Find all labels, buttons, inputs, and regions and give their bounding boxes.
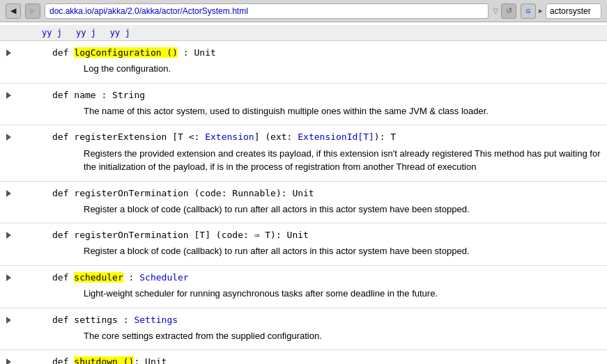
method-def-name: def name : String — [52, 89, 145, 102]
toggle-arrow-registerExtension — [6, 134, 11, 141]
method-registerOnTermination1: def registerOnTermination (code: Runnabl… — [0, 182, 607, 224]
method-desc-scheduler: Light-weight scheduler for running async… — [84, 285, 606, 303]
url-text: doc.akka.io/api/akka/2.0/akka/actor/Acto… — [49, 6, 248, 16]
method-row-scheduler: def scheduler : Scheduler — [0, 270, 607, 285]
toggle-arrow-shutdown — [6, 358, 11, 364]
link-Extension[interactable]: Extension — [205, 132, 254, 142]
method-def-shutdown: def shutdown (): Unit — [52, 356, 167, 364]
toggle-registerOnTermination2[interactable] — [3, 230, 14, 241]
method-row-registerOnTermination2: def registerOnTermination [T] (code: ⇒ T… — [0, 228, 607, 243]
toggle-arrow-logConfiguration — [6, 49, 11, 56]
toggle-registerOnTermination1[interactable] — [3, 188, 14, 199]
toggle-registerExtension[interactable] — [3, 132, 14, 143]
toggle-arrow-registerOnTermination2 — [6, 232, 11, 239]
search-input[interactable] — [546, 3, 601, 19]
link-ExtensionId[interactable]: ExtensionId[T] — [298, 132, 374, 142]
method-shutdown: def shutdown (): Unit Stop this actor sy… — [0, 350, 607, 364]
method-def-settings: def settings : Settings — [52, 314, 178, 326]
method-logConfiguration: def logConfiguration () : Unit Log the c… — [0, 41, 607, 84]
method-desc-registerExtension: Registers the provided extension and cre… — [84, 145, 606, 177]
toggle-shutdown[interactable] — [3, 356, 14, 364]
dropdown-arrow[interactable]: ▽ — [493, 7, 498, 15]
method-registerOnTermination2: def registerOnTermination [T] (code: ⇒ T… — [0, 223, 607, 266]
method-row-logConfiguration: def logConfiguration () : Unit — [0, 45, 607, 61]
method-desc-registerOnTermination1: Register a block of code (callback) to r… — [84, 201, 606, 219]
method-desc-name: The name of this actor system, used to d… — [84, 103, 606, 121]
method-desc-registerOnTermination2: Register a block of code (callback) to r… — [84, 243, 606, 261]
method-registerExtension: def registerExtension [T <: Extension] (… — [0, 125, 607, 181]
nav-item-3[interactable]: yy j — [110, 28, 130, 38]
toggle-arrow-registerOnTermination1 — [6, 190, 11, 197]
search-separator: ▸ — [539, 6, 543, 15]
toggle-settings[interactable] — [3, 315, 14, 326]
link-Scheduler[interactable]: Scheduler — [139, 272, 188, 283]
method-row-registerExtension: def registerExtension [T <: Extension] (… — [0, 129, 607, 145]
method-row-registerOnTermination1: def registerOnTermination (code: Runnabl… — [0, 186, 607, 201]
method-row-name: def name : String — [0, 88, 607, 103]
toggle-scheduler[interactable] — [3, 272, 14, 283]
method-scheduler: def scheduler : Scheduler Light-weight s… — [0, 266, 607, 308]
refresh-button[interactable]: ↺ — [501, 3, 516, 19]
method-row-shutdown: def shutdown (): Unit — [0, 354, 607, 364]
method-def-registerExtension: def registerExtension [T <: Extension] (… — [52, 131, 396, 143]
method-desc-logConfiguration: Log the configuration. — [84, 61, 606, 79]
method-def-registerOnTermination2: def registerOnTermination [T] (code: ⇒ T… — [52, 229, 309, 242]
toggle-arrow-scheduler — [6, 274, 11, 281]
back-button[interactable]: ◀ — [6, 3, 21, 19]
toggle-arrow-name — [6, 92, 11, 99]
method-def-scheduler: def scheduler : Scheduler — [52, 271, 189, 284]
forward-button[interactable]: ▶ — [25, 3, 40, 19]
browser-chrome: ◀ ▶ doc.akka.io/api/akka/2.0/akka/actor/… — [0, 0, 607, 22]
nav-item-1[interactable]: yy j — [42, 28, 62, 38]
method-def-logConfiguration: def logConfiguration () : Unit — [52, 47, 216, 59]
top-nav-strip: yy j yy j yy j — [0, 25, 607, 41]
address-bar[interactable]: doc.akka.io/api/akka/2.0/akka/actor/Acto… — [45, 3, 489, 19]
method-def-registerOnTermination1: def registerOnTermination (code: Runnabl… — [52, 187, 314, 200]
method-row-settings: def settings : Settings — [0, 312, 607, 328]
method-settings: def settings : Settings The core setting… — [0, 308, 607, 351]
search-area: G ▸ — [521, 3, 601, 19]
search-engine-icon[interactable]: G — [521, 3, 536, 19]
toggle-name[interactable] — [3, 90, 14, 101]
link-Settings[interactable]: Settings — [134, 315, 178, 325]
toggle-arrow-settings — [6, 317, 11, 324]
method-desc-settings: The core settings extracted from the sup… — [84, 328, 606, 346]
method-name: def name : String The name of this actor… — [0, 84, 607, 126]
page-content: yy j yy j yy j def logConfiguration () :… — [0, 22, 607, 364]
toggle-logConfiguration[interactable] — [3, 47, 14, 58]
nav-item-2[interactable]: yy j — [76, 28, 96, 38]
